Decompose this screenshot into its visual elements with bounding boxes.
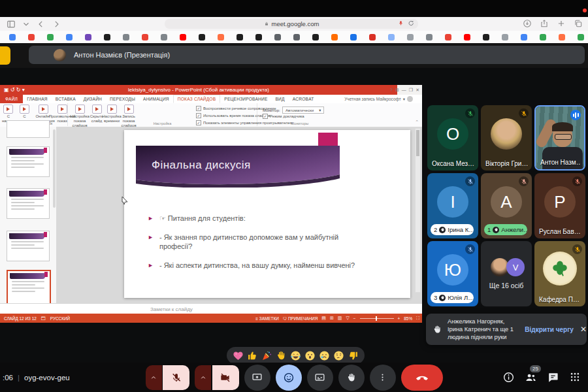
new-tab-icon[interactable] <box>557 19 566 28</box>
bookmark-favicon[interactable] <box>218 34 224 41</box>
crying-face-icon[interactable] <box>319 350 330 361</box>
mic-options-chevron-icon[interactable] <box>146 365 162 390</box>
bookmark-favicon[interactable] <box>104 34 110 41</box>
view-slideshow-icon[interactable]: ▽ <box>346 316 349 321</box>
view-normal-icon[interactable]: ▤ <box>321 316 326 321</box>
thumbs-down-icon[interactable] <box>348 350 359 361</box>
participants-button[interactable]: 25 <box>525 371 537 384</box>
address-bar[interactable]: meet.google.com <box>165 19 418 29</box>
view-reading-icon[interactable]: ▥ <box>338 316 342 321</box>
mic-permission-icon[interactable] <box>398 20 404 27</box>
downloads-icon[interactable] <box>523 19 532 28</box>
bookmark-favicon[interactable] <box>445 34 451 41</box>
bookmark-favicon[interactable] <box>578 34 584 41</box>
bookmark-favicon[interactable] <box>369 34 376 41</box>
language-indicator[interactable]: РУССКИЙ <box>50 316 70 321</box>
chevron-down-icon[interactable] <box>22 20 31 29</box>
close-icon[interactable]: ✕ <box>580 325 587 334</box>
checkbox-presenter-view[interactable]: ✓Режим докладчика <box>263 114 304 119</box>
participant-tile[interactable]: O Оксана Мез… <box>427 105 478 171</box>
camera-options-chevron-icon[interactable] <box>195 365 211 390</box>
microsoft-account[interactable]: Учетная запись Майкрософт▾ <box>344 95 413 103</box>
thumbnail-scrollbar[interactable] <box>53 129 56 208</box>
overflow-tile[interactable]: V Ще 16 осіб <box>481 241 532 306</box>
bookmark-favicon[interactable] <box>312 34 319 41</box>
bookmark-favicon[interactable] <box>521 34 527 41</box>
laughing-face-icon[interactable] <box>290 350 301 361</box>
share-icon[interactable] <box>540 19 549 28</box>
meeting-details-button[interactable] <box>502 371 515 384</box>
participant-tile[interactable]: Вікторія Гри… <box>481 105 532 171</box>
tab-file[interactable]: ФАЙЛ <box>0 95 23 103</box>
bookmark-favicon[interactable] <box>237 34 243 41</box>
monitor-dropdown[interactable]: Автоматически▾ <box>282 106 324 114</box>
mic-off-button[interactable] <box>163 365 189 390</box>
extension-side-tab[interactable] <box>0 46 10 65</box>
forward-button[interactable] <box>52 20 61 29</box>
zoom-slider[interactable] <box>360 318 394 319</box>
tab-view[interactable]: ВИД <box>272 95 289 103</box>
camera-control[interactable] <box>195 365 239 390</box>
bookmark-favicon[interactable] <box>464 34 470 41</box>
reactions-button[interactable] <box>276 365 302 391</box>
bookmark-favicon[interactable] <box>142 34 148 41</box>
bookmark-favicon[interactable] <box>180 34 186 41</box>
bookmark-favicon[interactable] <box>161 34 167 41</box>
participant-tile[interactable]: Ю 3 Юлія Л… <box>427 241 478 306</box>
bookmark-favicon[interactable] <box>293 34 300 41</box>
view-sorter-icon[interactable]: ⊞ <box>330 316 334 321</box>
notes-pane[interactable]: Заметки к слайду <box>0 303 422 314</box>
sparkling-heart-icon[interactable] <box>233 350 244 361</box>
sidebar-icon[interactable] <box>7 20 16 29</box>
participant-tile[interactable]: I 2 Ірина К… <box>427 173 478 238</box>
bookmark-favicon[interactable] <box>199 34 205 41</box>
open-queue-link[interactable]: Відкрити чергу <box>525 326 574 333</box>
captions-button[interactable] <box>307 365 333 391</box>
slide-scrollbar[interactable] <box>415 128 421 293</box>
slide-thumbnail[interactable] <box>7 146 50 177</box>
tab-slideshow[interactable]: ПОКАЗ СЛАЙДОВ <box>173 95 220 103</box>
bookmark-favicon[interactable] <box>274 34 281 41</box>
spellcheck-icon[interactable]: 🗔 <box>41 316 46 321</box>
thumbs-up-icon[interactable] <box>247 350 258 361</box>
bookmark-favicon[interactable] <box>66 34 73 41</box>
participant-tile-speaking[interactable]: Антон Назм… <box>534 105 585 171</box>
bookmark-favicon[interactable] <box>559 34 565 41</box>
tab-review[interactable]: РЕЦЕНЗИРОВАНИЕ <box>220 95 271 103</box>
reload-icon[interactable] <box>408 20 414 27</box>
fit-slide-icon[interactable]: ⛶ <box>416 316 419 321</box>
chat-button[interactable] <box>547 371 559 384</box>
bookmark-favicon[interactable] <box>255 34 262 41</box>
tab-animation[interactable]: АНИМАЦИЯ <box>139 95 173 103</box>
clapping-hands-icon[interactable] <box>276 350 287 361</box>
participant-tile[interactable]: P Руслан Бав… <box>534 173 585 238</box>
zoom-level[interactable]: 85% <box>404 316 412 321</box>
slide-thumbnail[interactable] <box>7 120 50 138</box>
tab-transitions[interactable]: ПЕРЕХОДЫ <box>106 95 139 103</box>
participant-tile[interactable]: A 1 Анжели… <box>481 173 532 238</box>
powerpoint-titlebar[interactable]: ▣ ↺ ↻ ▾ lektsiya_dytynstvo - PowerPoint … <box>0 85 397 95</box>
bookmark-favicon[interactable] <box>28 34 35 41</box>
slide-thumbnail[interactable] <box>7 188 50 219</box>
bookmark-favicon[interactable] <box>426 34 433 41</box>
surprised-face-icon[interactable] <box>304 350 316 361</box>
thinking-face-icon[interactable] <box>333 350 344 361</box>
tab-overview-icon[interactable] <box>574 19 583 28</box>
bookmark-favicon[interactable] <box>85 34 91 41</box>
bookmark-favicon[interactable] <box>388 34 395 41</box>
presenter-banner[interactable]: Антон Назмієв (Презентація) <box>29 46 585 64</box>
slide-thumbnail[interactable] <box>7 231 50 261</box>
tab-home[interactable]: ГЛАВНАЯ <box>23 95 52 103</box>
bookmark-favicon[interactable] <box>483 34 489 41</box>
window-controls[interactable]: ?⊞—❐✕ <box>397 85 422 95</box>
bookmark-favicon[interactable] <box>47 34 54 41</box>
notes-toggle[interactable]: ≡ ЗАМЕТКИ <box>255 316 278 321</box>
ribbon-collapse-icon[interactable]: ⌃ <box>415 120 419 125</box>
bookmark-favicon[interactable] <box>540 34 546 41</box>
participant-tile[interactable]: Кафедра П… <box>534 241 585 306</box>
bookmark-favicon[interactable] <box>502 34 508 41</box>
bookmark-favicon[interactable] <box>9 34 16 41</box>
back-button[interactable] <box>37 20 46 29</box>
mic-control[interactable] <box>146 365 190 390</box>
party-popper-icon[interactable] <box>261 350 272 361</box>
